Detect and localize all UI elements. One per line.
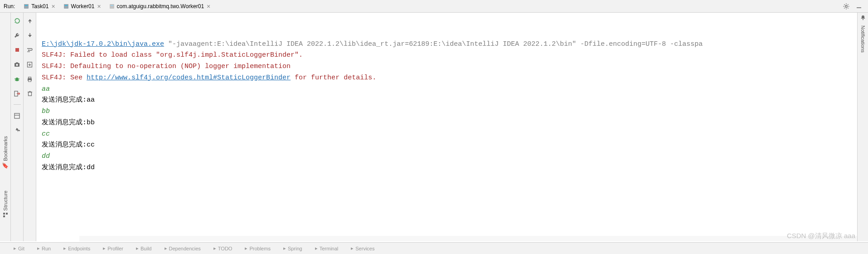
svg-line-14: [844, 8, 844, 8]
camera-icon[interactable]: [13, 60, 22, 69]
svg-line-11: [844, 4, 844, 5]
debug-icon[interactable]: [13, 74, 22, 83]
bottom-tool-problems[interactable]: ▸Problems: [245, 245, 270, 251]
svg-marker-34: [28, 49, 29, 51]
bookmark-icon: 🔖: [2, 162, 9, 169]
console-line: bb: [42, 106, 852, 117]
console-text: SLF4J: See: [42, 74, 87, 82]
svg-rect-2: [64, 4, 68, 9]
svg-line-13: [848, 4, 848, 5]
console-text: 发送消息完成:cc: [42, 141, 95, 149]
console-line: 发送消息完成:bb: [42, 117, 852, 129]
svg-rect-4: [110, 4, 114, 9]
rerun-button[interactable]: [13, 16, 22, 25]
gear-icon[interactable]: [842, 2, 851, 11]
console-line: 发送消息完成:dd: [42, 162, 852, 174]
down-arrow-icon[interactable]: [25, 31, 34, 40]
run-label: Run:: [4, 3, 15, 10]
tab-worker01[interactable]: Worker01 ×: [59, 0, 105, 12]
left-gutter: Bookmarks 🔖 Structure: [0, 13, 11, 241]
exit-icon[interactable]: [13, 89, 22, 98]
console-text: "-javaagent:E:\idea\IntelliJ IDEA 2022.1…: [164, 40, 703, 48]
bottom-tool-services[interactable]: ▸Services: [351, 245, 374, 251]
console-line: SLF4J: Failed to load class "org.slf4j.i…: [42, 50, 852, 61]
console-text: 发送消息完成:bb: [42, 119, 95, 127]
console-text: cc: [42, 130, 50, 138]
scroll-to-end-icon[interactable]: [25, 60, 34, 69]
tab-worker01-fqn[interactable]: com.atguigu.rabbitmq.two.Worker01 ×: [105, 0, 215, 12]
console-line: SLF4J: Defaulting to no-operation (NOP) …: [42, 61, 852, 73]
right-gutter: Notifications: [857, 13, 868, 241]
structure-icon: [3, 212, 8, 219]
run-toolbar-secondary: [24, 13, 36, 241]
stop-button[interactable]: [13, 45, 22, 54]
app-icon: [63, 3, 69, 10]
console-text[interactable]: http://www.slf4j.org/codes.html#StaticLo…: [87, 74, 291, 82]
svg-line-28: [18, 80, 19, 81]
up-arrow-icon[interactable]: [25, 16, 34, 25]
bottom-tool-terminal[interactable]: ▸Terminal: [315, 245, 339, 251]
console-line: cc: [42, 129, 852, 140]
bottom-tool-git[interactable]: ▸Git: [14, 245, 24, 251]
svg-rect-16: [3, 213, 5, 215]
svg-line-12: [848, 8, 848, 8]
pin-icon[interactable]: [13, 126, 22, 135]
close-icon[interactable]: ×: [97, 3, 101, 10]
console-output[interactable]: E:\jdk\jdk-17.0.2\bin\java.exe "-javaage…: [36, 13, 857, 241]
bottom-tool-endpoints[interactable]: ▸Endpoints: [63, 245, 90, 251]
bottom-tool-dependencies[interactable]: ▸Dependencies: [165, 245, 201, 251]
tab-task01[interactable]: Task01 ×: [19, 0, 59, 12]
console-line: dd: [42, 151, 852, 162]
console-text: SLF4J: Defaulting to no-operation (NOP) …: [42, 63, 291, 70]
app-icon: [23, 3, 29, 10]
svg-rect-30: [15, 113, 19, 118]
bell-icon[interactable]: [860, 15, 866, 22]
structure-tool[interactable]: Structure: [2, 189, 9, 213]
svg-rect-3: [65, 5, 68, 6]
close-icon[interactable]: ×: [207, 3, 210, 10]
horizontal-scrollbar[interactable]: [79, 236, 857, 241]
console-line: 发送消息完成:aa: [42, 95, 852, 106]
run-tab-bar: Run: Task01 × Worker01 × com.atguigu.rab…: [0, 0, 868, 13]
console-text: 发送消息完成:aa: [42, 96, 95, 104]
soft-wrap-icon[interactable]: [25, 45, 34, 54]
svg-point-22: [16, 64, 18, 65]
console-text: aa: [42, 85, 50, 93]
close-icon[interactable]: ×: [51, 3, 55, 10]
notifications-tool[interactable]: Notifications: [860, 25, 866, 53]
svg-rect-0: [24, 4, 29, 9]
svg-point-6: [845, 5, 847, 7]
tab-label: com.atguigu.rabbitmq.two.Worker01: [117, 3, 204, 10]
bottom-tool-build[interactable]: ▸Build: [136, 245, 151, 251]
svg-rect-20: [15, 48, 19, 52]
bottom-tool-spring[interactable]: ▸Spring: [283, 245, 302, 251]
console-line: E:\jdk\jdk-17.0.2\bin\java.exe "-javaage…: [42, 39, 852, 50]
svg-line-27: [15, 80, 16, 81]
svg-rect-39: [29, 80, 31, 82]
run-toolbar-primary: [11, 13, 24, 241]
svg-point-24: [15, 78, 19, 81]
bottom-tool-run[interactable]: ▸Run: [37, 245, 51, 251]
svg-rect-5: [111, 5, 113, 6]
bottom-tool-todo[interactable]: ▸TODO: [213, 245, 233, 251]
console-text: 发送消息完成:dd: [42, 164, 95, 171]
console-line: aa: [42, 84, 852, 95]
trash-icon[interactable]: [25, 89, 34, 98]
console-text: for further details.: [291, 74, 376, 82]
bookmarks-tool[interactable]: Bookmarks: [2, 134, 9, 163]
console-text[interactable]: E:\jdk\jdk-17.0.2\bin\java.exe: [42, 40, 164, 48]
svg-rect-18: [3, 215, 5, 217]
svg-rect-23: [16, 62, 18, 63]
console-text: bb: [42, 107, 50, 115]
bottom-tool-profiler[interactable]: ▸Profiler: [103, 245, 123, 251]
svg-rect-40: [28, 92, 31, 96]
app-icon: [109, 3, 115, 10]
print-icon[interactable]: [25, 74, 34, 83]
svg-rect-17: [6, 213, 8, 215]
layout-icon[interactable]: [13, 111, 22, 120]
wrench-icon[interactable]: [13, 31, 22, 40]
minimize-icon[interactable]: [854, 2, 863, 11]
svg-point-43: [862, 19, 863, 20]
console-text: SLF4J: Failed to load class "org.slf4j.i…: [42, 51, 303, 59]
svg-rect-38: [29, 77, 31, 78]
